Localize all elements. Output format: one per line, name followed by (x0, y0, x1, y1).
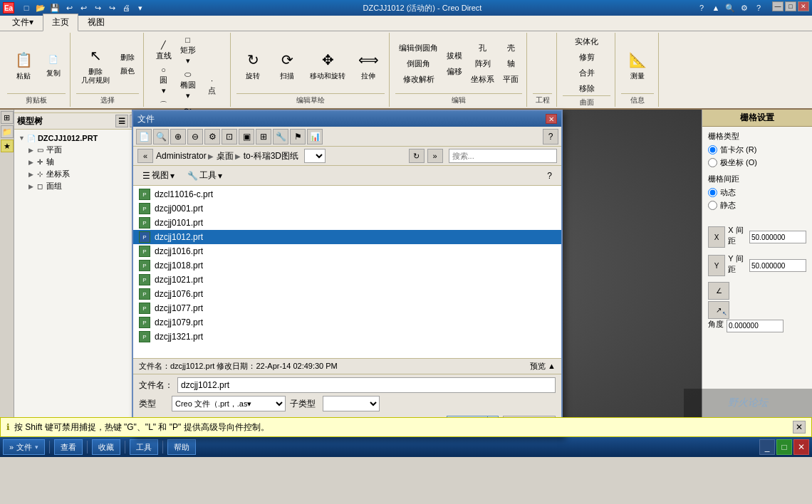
coord-button[interactable]: 坐标系 (467, 73, 498, 87)
plane-button[interactable]: 平面 (499, 73, 522, 87)
address-refresh-btn[interactable]: ↻ (409, 149, 425, 163)
dialog-tb-btn7[interactable]: ▣ (239, 129, 254, 145)
file-item-3[interactable]: P dzcjj1012.prt (133, 230, 561, 244)
color-button[interactable]: 颜色 (116, 65, 139, 77)
taskbar-minimize[interactable]: _ (759, 439, 775, 455)
close-button[interactable]: ✕ (798, 1, 809, 11)
settings-icon[interactable]: ⚙ (738, 1, 751, 14)
subtype-select[interactable] (323, 396, 380, 411)
tree-settings-btn[interactable]: ☰ (115, 115, 128, 127)
file-item-10[interactable]: P dzcjj1321.prt (133, 330, 561, 344)
dialog-tb-btn1[interactable]: 📄 (136, 129, 152, 145)
search-input[interactable] (449, 149, 557, 163)
file-item-1[interactable]: P dzcjj0001.prt (133, 201, 561, 216)
maximize-button[interactable]: □ (785, 1, 796, 11)
address-folder-text[interactable]: to-科瑞3D图纸 (244, 150, 298, 162)
qa-open[interactable]: 📂 (34, 1, 47, 14)
hole-button[interactable]: 孔 (467, 41, 498, 56)
angle-cursor-icon[interactable]: ↖ (722, 310, 727, 317)
dialog-tb-btn11[interactable]: 📊 (307, 129, 323, 145)
modify-analysis-button[interactable]: 修改解析 (395, 73, 442, 87)
preview-btn[interactable]: 预览 ▲ (530, 361, 556, 372)
pattern-button[interactable]: 阵列 (467, 57, 498, 71)
file-item-4[interactable]: P dzcjj1016.prt (133, 244, 561, 258)
merge-button[interactable]: 合并 (571, 65, 602, 80)
address-forward-btn[interactable]: » (427, 149, 443, 163)
view-btn[interactable]: ☰ 视图 ▾ (137, 167, 179, 184)
dialog-tb-help[interactable]: ? (543, 129, 558, 145)
tab-home[interactable]: 主页 (43, 14, 78, 31)
tree-item-coord[interactable]: ▶ ⊹ 坐标系 (17, 168, 142, 180)
tree-root[interactable]: ▼ 📄 DZCJJ1012.PRT (17, 132, 142, 144)
draft-button[interactable]: 拔模 (443, 49, 466, 63)
left-tb-btn1[interactable]: ⊞ (1, 111, 14, 124)
select-button[interactable]: ↖ 删除 几何规则 (76, 39, 115, 89)
taskbar-maximize[interactable]: □ (776, 439, 792, 455)
shell-button[interactable]: 壳 (499, 41, 522, 56)
tab-view[interactable]: 视图 (78, 14, 114, 31)
dialog-tb-btn9[interactable]: 🔧 (273, 129, 288, 145)
taskbar-btn-file[interactable]: » 文件 ▾ (3, 439, 45, 455)
dialog-tb-btn3[interactable]: ⊕ (170, 129, 186, 145)
dialog-tb-btn5[interactable]: ⚙ (204, 129, 220, 145)
taskbar-close[interactable]: ✕ (793, 439, 809, 455)
round-corner-button[interactable]: 倒圆角 (395, 57, 442, 71)
qa-print[interactable]: 🖨 (120, 1, 132, 14)
scroll-up-icon[interactable]: ▲ (709, 1, 722, 14)
taskbar-btn-view[interactable]: 查看 (54, 439, 83, 455)
paste-button[interactable]: 📋 粘贴 (7, 39, 40, 89)
cartesian-radio[interactable] (708, 145, 717, 154)
taskbar-btn-help[interactable]: 帮助 (167, 439, 196, 455)
file-item-7[interactable]: P dzcjj1076.prt (133, 287, 561, 301)
point-button[interactable]: · 点 (201, 75, 224, 98)
qa-new[interactable]: □ (20, 1, 33, 14)
address-dropdown[interactable] (304, 149, 326, 163)
file-item-8[interactable]: P dzcjj1077.prt (133, 301, 561, 315)
qa-save[interactable]: 💾 (48, 1, 61, 14)
file-item-2[interactable]: P dzcjj0101.prt (133, 216, 561, 230)
static-radio[interactable] (708, 201, 717, 210)
file-item-9[interactable]: P dzcjj1079.prt (133, 315, 561, 330)
rotate-button[interactable]: ↻ 旋转 (236, 39, 269, 89)
edit-round-button[interactable]: 编辑倒圆角 (395, 41, 442, 56)
sweep-button[interactable]: ⟳ 扫描 (271, 39, 303, 89)
address-back-btn[interactable]: « (137, 149, 153, 163)
qa-undo2[interactable]: ↩ (77, 1, 90, 14)
remove-button[interactable]: 移除 (571, 81, 602, 95)
move-rotate-button[interactable]: ✥ 移动和旋转 (305, 39, 350, 89)
qa-redo2[interactable]: ↪ (105, 1, 118, 14)
axis-button[interactable]: 轴 (499, 57, 522, 71)
dialog-close-button[interactable]: ✕ (546, 114, 557, 124)
angle-input[interactable]: 0.000000 (727, 320, 784, 332)
address-admin-text[interactable]: Administrator (156, 151, 207, 161)
filetype-select[interactable]: Creo 文件（.prt，.as▾ (172, 396, 286, 411)
file-item-5[interactable]: P dzcjj1018.prt (133, 258, 561, 273)
dialog-tb-btn4[interactable]: ⊖ (187, 129, 203, 145)
tree-item-axis[interactable]: ▶ ✛ 轴 (17, 156, 142, 168)
taskbar-btn-bookmarks[interactable]: 收藏 (92, 439, 120, 455)
dialog-tb-btn8[interactable]: ⊞ (256, 129, 271, 145)
tree-item-plane[interactable]: ▶ ▭ 平面 (17, 144, 142, 156)
tree-item-surface[interactable]: ▶ ◻ 面组 (17, 180, 142, 192)
stretch-button[interactable]: ⟺ 拉伸 (352, 39, 385, 89)
x-spacing-input[interactable]: 50.000000 (749, 231, 806, 243)
file-item-0[interactable]: P dzcl11016-c.prt (133, 187, 561, 201)
left-tb-btn2[interactable]: 📁 (1, 125, 14, 138)
y-spacing-input[interactable]: 50.000000 (749, 259, 806, 272)
dialog-tb-btn2[interactable]: 🔍 (153, 129, 169, 145)
notification-close-button[interactable]: ✕ (793, 421, 806, 434)
dynamic-radio[interactable] (708, 188, 717, 197)
qa-settings[interactable]: ▾ (134, 1, 147, 14)
dialog-tb-btn10[interactable]: ⚑ (290, 129, 306, 145)
measure-button[interactable]: 📐 测量 (621, 39, 654, 89)
left-tb-btn3[interactable]: ★ (1, 140, 14, 152)
tools-btn[interactable]: 🔧 工具 ▾ (182, 167, 227, 184)
copy-button[interactable]: 📄 复制 (41, 49, 66, 79)
tab-file[interactable]: 文件▾ (3, 14, 43, 31)
qa-undo[interactable]: ↩ (63, 1, 76, 14)
polar-radio[interactable] (708, 158, 717, 167)
line-button[interactable]: ╱ 直线 (152, 39, 175, 63)
taskbar-btn-tools[interactable]: 工具 (130, 439, 158, 455)
qa-redo[interactable]: ↪ (91, 1, 104, 14)
delete-button[interactable]: 删除 (116, 51, 139, 63)
